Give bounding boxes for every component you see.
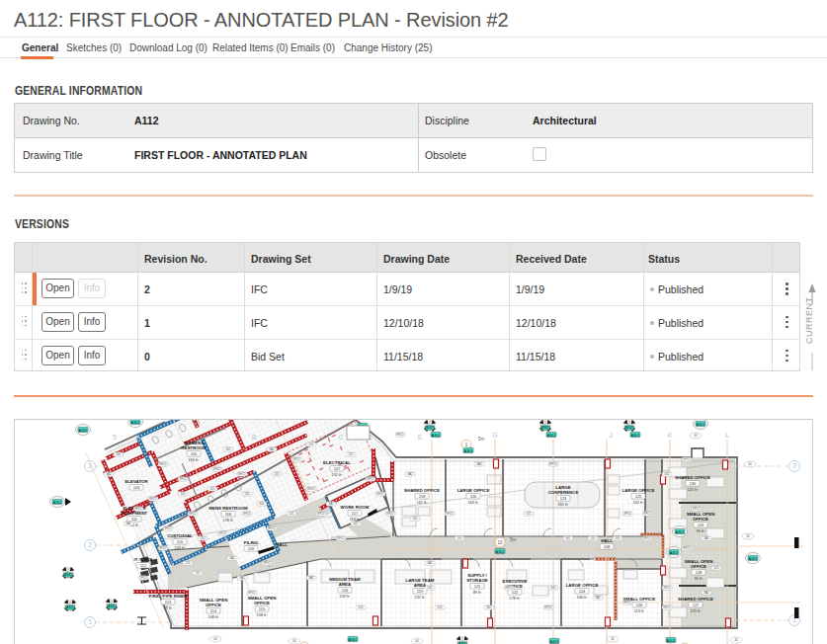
svg-text:113 ft²: 113 ft²: [634, 609, 645, 613]
svg-text:150 ft²: 150 ft²: [189, 458, 200, 462]
svg-text:105: 105: [289, 512, 294, 516]
svg-text:8F12: 8F12: [367, 477, 373, 481]
svg-text:158 ft²: 158 ft²: [257, 613, 268, 617]
svg-text:118 ft²: 118 ft²: [350, 518, 361, 522]
svg-text:8F12: 8F12: [549, 462, 556, 466]
svg-text:95 ft²: 95 ft²: [695, 577, 703, 581]
svg-text:237 ft²: 237 ft²: [415, 596, 426, 600]
svg-text:8F22: 8F22: [683, 546, 690, 550]
svg-text:77 ft²: 77 ft²: [164, 606, 173, 610]
svg-text:A301: A301: [131, 421, 139, 425]
svg-text:8F12: 8F12: [693, 507, 700, 511]
svg-text:115: 115: [259, 606, 266, 611]
svg-text:MENS RESTROOM: MENS RESTROOM: [208, 506, 248, 511]
svg-text:B: B: [252, 434, 257, 441]
svg-text:117: 117: [352, 511, 359, 516]
svg-text:125 ft²: 125 ft²: [691, 609, 702, 613]
svg-text:178 ft²: 178 ft²: [223, 519, 234, 523]
svg-text:3A2: 3A2: [476, 462, 482, 466]
svg-text:129: 129: [698, 523, 704, 527]
svg-text:8F22: 8F22: [243, 512, 250, 516]
svg-text:3F12: 3F12: [139, 576, 146, 580]
svg-text:315 ft²: 315 ft²: [558, 503, 569, 507]
svg-text:A301: A301: [432, 434, 440, 438]
svg-text:105: 105: [191, 451, 198, 456]
svg-text:106: 106: [225, 512, 232, 517]
svg-text:105: 105: [526, 512, 532, 516]
svg-text:342: 342: [353, 522, 359, 525]
svg-text:8F22: 8F22: [238, 472, 245, 476]
svg-text:107: 107: [334, 466, 341, 471]
svg-text:113: 113: [165, 600, 172, 604]
svg-text:3: 3: [792, 462, 796, 469]
svg-text:2: 2: [67, 569, 69, 573]
svg-text:162 ft²: 162 ft²: [633, 501, 644, 505]
svg-text:ELECTRICAL: ELECTRICAL: [323, 460, 351, 465]
svg-text:5m: 5m: [478, 437, 485, 442]
svg-text:105: 105: [615, 536, 620, 540]
svg-text:105: 105: [456, 536, 462, 540]
svg-text:122: 122: [512, 590, 519, 595]
svg-text:342: 342: [486, 605, 492, 609]
svg-text:A301: A301: [550, 640, 558, 644]
svg-text:2: 2: [461, 638, 463, 642]
svg-text:LARGE OFFICE: LARGE OFFICE: [566, 583, 599, 588]
svg-text:3F12: 3F12: [179, 477, 186, 481]
svg-text:3A2: 3A2: [239, 576, 245, 580]
svg-text:3A2: 3A2: [106, 472, 112, 476]
svg-text:342: 342: [550, 586, 556, 590]
svg-text:109: 109: [248, 546, 255, 551]
svg-text:ELEVATOR: ELEVATOR: [124, 479, 148, 484]
svg-text:3A2: 3A2: [125, 522, 131, 525]
svg-text:124: 124: [579, 589, 586, 594]
svg-text:119: 119: [417, 589, 424, 594]
svg-text:111: 111: [131, 517, 138, 522]
svg-text:120: 120: [470, 494, 477, 499]
svg-text:A301: A301: [676, 530, 684, 534]
svg-text:8F22: 8F22: [189, 512, 196, 516]
svg-text:3F12: 3F12: [263, 561, 270, 565]
svg-text:FILING: FILING: [244, 540, 259, 545]
svg-text:8F12: 8F12: [663, 605, 670, 609]
svg-text:342: 342: [259, 502, 265, 506]
svg-text:40: 40: [734, 638, 738, 642]
svg-text:A301: A301: [496, 550, 504, 554]
svg-text:HALL: HALL: [601, 538, 613, 543]
svg-text:A301: A301: [667, 639, 675, 643]
svg-text:8F22: 8F22: [307, 487, 314, 491]
svg-text:L: L: [725, 432, 729, 439]
svg-text:105: 105: [180, 492, 186, 496]
svg-text:HALL: HALL: [276, 542, 288, 547]
svg-text:8F22: 8F22: [376, 492, 383, 496]
svg-text:G: G: [492, 432, 497, 439]
svg-text:A301: A301: [697, 423, 704, 427]
svg-text:105: 105: [185, 561, 191, 565]
svg-text:STORAGE: STORAGE: [466, 578, 488, 583]
svg-text:121: 121: [474, 584, 481, 589]
svg-text:342: 342: [565, 536, 571, 540]
svg-text:A305: A305: [108, 604, 116, 608]
svg-text:8F12: 8F12: [643, 512, 650, 516]
svg-text:40: 40: [748, 462, 752, 466]
svg-text:40: 40: [213, 637, 217, 641]
svg-text:A301: A301: [670, 551, 678, 555]
svg-text:3A2: 3A2: [407, 472, 413, 476]
svg-text:167 ft²: 167 ft²: [417, 501, 428, 505]
svg-text:3A2: 3A2: [328, 502, 334, 506]
svg-text:40: 40: [292, 639, 296, 643]
svg-text:2: 2: [544, 422, 546, 426]
svg-text:3A2: 3A2: [427, 561, 433, 565]
svg-text:40: 40: [746, 534, 750, 538]
svg-text:CUSTODIAL: CUSTODIAL: [167, 533, 193, 538]
svg-text:3F12: 3F12: [663, 586, 670, 590]
svg-text:105: 105: [412, 517, 418, 521]
svg-text:3A2: 3A2: [308, 576, 314, 580]
svg-text:2: 2: [111, 601, 113, 604]
svg-text:192 ft²: 192 ft²: [332, 473, 343, 477]
svg-text:342: 342: [116, 452, 122, 456]
svg-text:40: 40: [611, 637, 615, 641]
svg-text:8F22: 8F22: [446, 512, 453, 516]
svg-text:IT / DATA: IT / DATA: [133, 557, 153, 562]
svg-text:OFFICE: OFFICE: [691, 564, 706, 569]
svg-text:SHARED OFFICE: SHARED OFFICE: [404, 488, 440, 493]
